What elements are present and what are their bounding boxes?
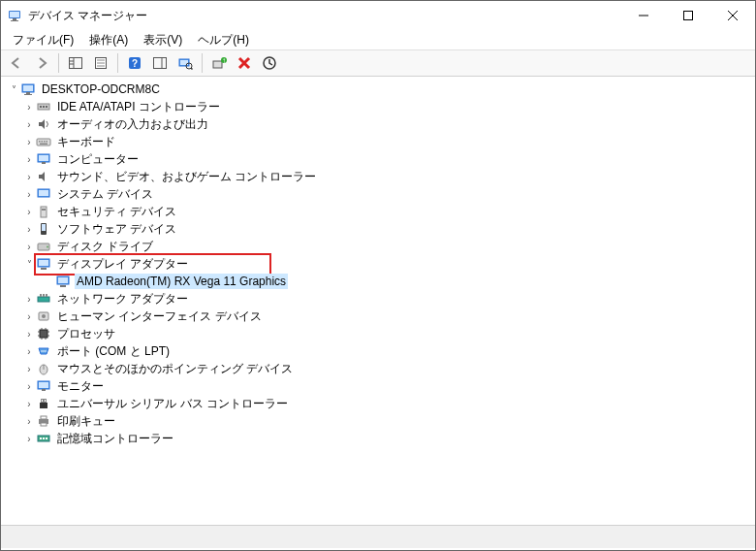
- display-adapter-child-label: AMD Radeon(TM) RX Vega 11 Graphics: [75, 274, 288, 289]
- tree-item-label: セキュリティ デバイス: [55, 203, 178, 221]
- update-driver-button[interactable]: ↑: [207, 51, 231, 75]
- tree-item-keyboard[interactable]: › キーボード: [7, 133, 755, 150]
- tree-item-label: コンピューター: [55, 150, 141, 169]
- computer-icon: [20, 81, 36, 97]
- svg-rect-3: [11, 20, 18, 21]
- svg-rect-18: [154, 58, 167, 69]
- help-button[interactable]: ?: [123, 51, 146, 75]
- svg-rect-83: [42, 389, 46, 391]
- tree-item-security[interactable]: › セキュリティ デバイス: [7, 203, 755, 220]
- tree-item-ports[interactable]: › ポート (COM と LPT): [7, 342, 755, 360]
- caret-right-icon[interactable]: ›: [22, 346, 36, 357]
- tree-item-label: IDE ATA/ATAPI コントローラー: [55, 98, 222, 116]
- tree-item-label: ネットワーク アダプター: [55, 290, 190, 308]
- caret-right-icon[interactable]: ›: [22, 416, 36, 427]
- caret-right-icon[interactable]: ›: [22, 119, 36, 130]
- svg-rect-31: [23, 85, 33, 91]
- caret-right-icon[interactable]: ›: [22, 294, 36, 305]
- root-label: DESKTOP-ODCRM8C: [40, 81, 162, 97]
- tree-item-audio[interactable]: › オーディオの入力および出力: [7, 115, 755, 133]
- device-tree[interactable]: ˅ DESKTOP-ODCRM8C › IDE ATA/ATAPI コントローラ…: [1, 77, 755, 525]
- close-button[interactable]: [710, 1, 755, 30]
- svg-rect-90: [41, 423, 47, 426]
- tree-item-label: マウスとそのほかのポインティング デバイス: [55, 360, 295, 378]
- tree-root-node[interactable]: ˅ DESKTOP-ODCRM8C: [7, 81, 755, 98]
- svg-rect-93: [43, 438, 45, 439]
- menu-action[interactable]: 操作(A): [81, 30, 136, 50]
- svg-rect-2: [13, 18, 16, 20]
- svg-rect-82: [39, 382, 48, 388]
- tree-item-network[interactable]: › ネットワーク アダプター: [7, 290, 755, 308]
- caret-right-icon[interactable]: ›: [22, 172, 36, 182]
- forward-button[interactable]: [30, 51, 53, 75]
- caret-right-icon[interactable]: ›: [22, 311, 36, 322]
- tree-item-label: ディスプレイ アダプター: [55, 255, 266, 274]
- svg-rect-33: [24, 94, 32, 95]
- svg-rect-87: [45, 400, 46, 402]
- caret-right-icon[interactable]: ›: [22, 224, 36, 235]
- tree-item-display-adapters[interactable]: ˅ ディスプレイ アダプター: [7, 255, 755, 273]
- tree-item-computer[interactable]: › コンピューター: [7, 150, 755, 168]
- tree-item-label: ユニバーサル シリアル バス コントローラー: [55, 395, 290, 413]
- caret-right-icon[interactable]: ›: [22, 329, 36, 340]
- tree-item-label: サウンド、ビデオ、およびゲーム コントローラー: [55, 168, 318, 186]
- network-icon: [36, 291, 51, 307]
- tree-item-processor[interactable]: › プロセッサ: [7, 325, 755, 342]
- show-hide-console-tree-button[interactable]: [64, 51, 87, 75]
- svg-text:↑: ↑: [222, 56, 226, 65]
- svg-rect-5: [684, 12, 693, 20]
- usb-icon: [36, 396, 51, 411]
- window-title: デバイス マネージャー: [28, 8, 621, 24]
- tree-item-label: システム デバイス: [55, 185, 155, 204]
- svg-rect-61: [38, 297, 49, 302]
- caret-right-icon[interactable]: ›: [22, 137, 36, 147]
- minimize-button[interactable]: [621, 1, 666, 30]
- monitor-icon: [36, 378, 51, 394]
- maximize-button[interactable]: [666, 1, 710, 30]
- caret-right-icon[interactable]: ›: [22, 381, 36, 392]
- tree-item-monitor[interactable]: › モニター: [7, 377, 755, 395]
- menu-help[interactable]: ヘルプ(H): [190, 30, 257, 50]
- tree-item-print-queue[interactable]: › 印刷キュー: [7, 412, 755, 430]
- separator: [202, 53, 203, 73]
- menu-view[interactable]: 表示(V): [136, 30, 190, 50]
- svg-point-66: [42, 314, 46, 318]
- caret-right-icon[interactable]: ›: [22, 189, 36, 200]
- disable-device-button[interactable]: [258, 51, 281, 75]
- hid-icon: [36, 308, 51, 324]
- svg-point-77: [43, 350, 45, 352]
- titlebar: デバイス マネージャー: [1, 1, 755, 30]
- svg-rect-8: [70, 58, 82, 69]
- caret-right-icon[interactable]: ›: [22, 399, 36, 409]
- caret-right-icon[interactable]: ›: [22, 434, 36, 444]
- back-button[interactable]: [5, 51, 28, 75]
- action-pane-button[interactable]: [148, 51, 172, 75]
- svg-rect-85: [40, 403, 47, 408]
- properties-button[interactable]: [89, 51, 112, 75]
- caret-right-icon[interactable]: ›: [22, 242, 36, 252]
- tree-item-ide[interactable]: › IDE ATA/ATAPI コントローラー: [7, 98, 755, 115]
- tree-item-mouse[interactable]: › マウスとそのほかのポインティング デバイス: [7, 360, 755, 377]
- tree-item-label: 印刷キュー: [55, 412, 117, 431]
- svg-rect-52: [42, 224, 46, 231]
- tree-item-sound-video-game[interactable]: › サウンド、ビデオ、およびゲーム コントローラー: [7, 168, 755, 185]
- menu-file[interactable]: ファイル(F): [5, 30, 81, 50]
- tree-item-usb[interactable]: › ユニバーサル シリアル バス コントローラー: [7, 395, 755, 412]
- caret-down-icon[interactable]: ˅: [7, 84, 20, 95]
- caret-right-icon[interactable]: ›: [22, 364, 36, 374]
- port-icon: [36, 343, 51, 359]
- tree-item-system[interactable]: › システム デバイス: [7, 185, 755, 203]
- uninstall-device-button[interactable]: [233, 51, 256, 75]
- tree-item-storage-controller[interactable]: › 記憶域コントローラー: [7, 430, 755, 447]
- scan-hardware-button[interactable]: [173, 51, 197, 75]
- caret-right-icon[interactable]: ›: [22, 207, 36, 217]
- svg-rect-57: [41, 268, 47, 270]
- tree-item-display-adapter-child[interactable]: AMD Radeon(TM) RX Vega 11 Graphics: [7, 273, 755, 290]
- statusbar: [1, 525, 755, 548]
- tree-item-hid[interactable]: › ヒューマン インターフェイス デバイス: [7, 308, 755, 325]
- caret-right-icon[interactable]: ›: [22, 102, 36, 113]
- caret-right-icon[interactable]: ›: [22, 154, 36, 165]
- tree-item-software[interactable]: › ソフトウェア デバイス: [7, 220, 755, 238]
- svg-rect-64: [46, 294, 47, 297]
- svg-rect-56: [39, 260, 48, 266]
